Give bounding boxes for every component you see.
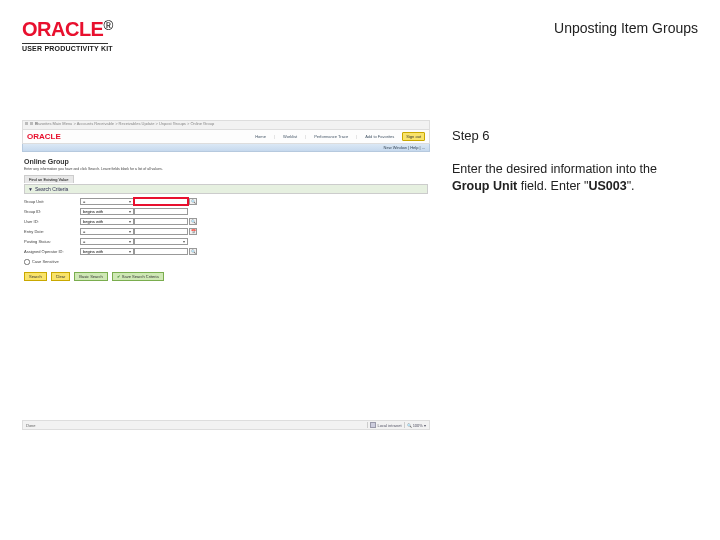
- caret-icon: ▾: [129, 229, 131, 234]
- app-brand: ORACLE: [27, 132, 61, 141]
- oracle-logo: ORACLE®: [22, 18, 113, 41]
- app-header: ORACLE Home | Worklist | Performance Tra…: [22, 130, 430, 144]
- search-criteria-label: Search Criteria: [35, 186, 68, 192]
- calendar-icon[interactable]: 📅: [189, 228, 197, 235]
- entry-date-input[interactable]: [134, 228, 188, 235]
- signout-button[interactable]: Sign out: [402, 132, 425, 141]
- caret-icon: ▾: [183, 239, 185, 244]
- lookup-icon[interactable]: 🔍: [189, 248, 197, 255]
- lookup-icon[interactable]: 🔍: [189, 198, 197, 205]
- header-right: Home | Worklist | Performance Trace | Ad…: [255, 132, 425, 141]
- posting-status-dd[interactable]: ▾: [134, 238, 188, 245]
- breadcrumb: Favorites Main Menu > Accounts Receivabl…: [35, 121, 214, 126]
- save-search-button[interactable]: ✔Save Search Criteria: [112, 272, 164, 281]
- header-nav: Home | Worklist | Performance Trace | Ad…: [255, 134, 394, 139]
- assigned-op-input[interactable]: [134, 248, 188, 255]
- row-group-id: Group ID: begins with▾: [24, 207, 430, 216]
- check-icon: ✔: [117, 274, 120, 279]
- row-user-id: User ID: begins with▾ 🔍: [24, 217, 430, 226]
- tab-find-existing[interactable]: Find an Existing Value: [24, 175, 74, 183]
- chevron-down-icon: ▼: [28, 186, 33, 192]
- tab-row: Find an Existing Value: [24, 175, 430, 183]
- caret-icon: ▾: [129, 209, 131, 214]
- search-criteria-header[interactable]: ▼Search Criteria: [24, 184, 428, 194]
- section-subtitle: Enter any information you have and click…: [24, 167, 430, 171]
- group-id-input[interactable]: [134, 208, 188, 215]
- op-group-id[interactable]: begins with▾: [80, 208, 134, 215]
- row-group-unit: Group Unit: =▾ 🔍: [24, 197, 430, 206]
- label-entry-date: Entry Date:: [24, 229, 80, 234]
- caret-icon: ▾: [129, 249, 131, 254]
- section-title: Online Group: [24, 158, 430, 165]
- doc-header: ORACLE® USER PRODUCTIVITY KIT Unposting …: [22, 18, 698, 52]
- status-zone: Local intranet: [378, 423, 402, 428]
- label-user-id: User ID:: [24, 219, 80, 224]
- nav-home[interactable]: Home: [255, 134, 266, 139]
- button-row: Search Clear Basic Search ✔Save Search C…: [24, 272, 430, 281]
- search-button[interactable]: Search: [24, 272, 47, 281]
- op-user-id[interactable]: begins with▾: [80, 218, 134, 225]
- app-subbar: New Window | Help | ...: [22, 144, 430, 152]
- registered-mark: ®: [103, 18, 113, 33]
- page-title: Unposting Item Groups: [554, 20, 698, 36]
- instruction-text: Enter the desired information into the G…: [452, 161, 682, 195]
- group-unit-input[interactable]: [134, 198, 188, 205]
- label-assigned-op: Assigned Operator ID:: [24, 249, 80, 254]
- op-entry-date[interactable]: =▾: [80, 228, 134, 235]
- label-group-id: Group ID:: [24, 209, 80, 214]
- browser-toolbar: Favorites Main Menu > Accounts Receivabl…: [22, 120, 430, 130]
- label-posting-status: Posting Status:: [24, 239, 80, 244]
- status-left: Done: [26, 423, 36, 428]
- nav-fav[interactable]: Add to Favorites: [365, 134, 394, 139]
- subbar-links[interactable]: New Window | Help | ...: [384, 145, 425, 150]
- logo-rule: [22, 43, 108, 44]
- tray-icon: [370, 422, 376, 428]
- step-label: Step 6: [452, 128, 682, 143]
- label-case-sensitive: Case Sensitive: [32, 259, 88, 264]
- clear-button[interactable]: Clear: [51, 272, 71, 281]
- caret-icon: ▾: [129, 239, 131, 244]
- row-entry-date: Entry Date: =▾ 📅: [24, 227, 430, 236]
- app-screenshot: Favorites Main Menu > Accounts Receivabl…: [22, 120, 430, 430]
- basic-search-button[interactable]: Basic Search: [74, 272, 108, 281]
- nav-perf[interactable]: Performance Trace: [314, 134, 348, 139]
- user-id-input[interactable]: [134, 218, 188, 225]
- label-group-unit: Group Unit:: [24, 199, 80, 204]
- lookup-icon[interactable]: 🔍: [189, 218, 197, 225]
- logo-block: ORACLE® USER PRODUCTIVITY KIT: [22, 18, 113, 52]
- status-zoom: 🔍 100% ▾: [407, 423, 426, 428]
- instruction-panel: Step 6 Enter the desired information int…: [452, 128, 682, 195]
- case-sensitive-checkbox[interactable]: [24, 259, 30, 265]
- nav-worklist[interactable]: Worklist: [283, 134, 297, 139]
- row-assigned-op: Assigned Operator ID: begins with▾ 🔍: [24, 247, 430, 256]
- op-group-unit[interactable]: =▾: [80, 198, 134, 205]
- status-bar: Done Local intranet 🔍 100% ▾: [22, 420, 430, 430]
- logo-subtitle: USER PRODUCTIVITY KIT: [22, 45, 113, 52]
- oracle-wordmark: ORACLE: [22, 18, 103, 40]
- op-posting-status[interactable]: =▾: [80, 238, 134, 245]
- row-case-sensitive: Case Sensitive: [24, 257, 430, 266]
- row-posting-status: Posting Status: =▾ ▾: [24, 237, 430, 246]
- caret-icon: ▾: [129, 199, 131, 204]
- op-assigned-op[interactable]: begins with▾: [80, 248, 134, 255]
- search-form: Group Unit: =▾ 🔍 Group ID: begins with▾ …: [24, 197, 430, 266]
- caret-icon: ▾: [129, 219, 131, 224]
